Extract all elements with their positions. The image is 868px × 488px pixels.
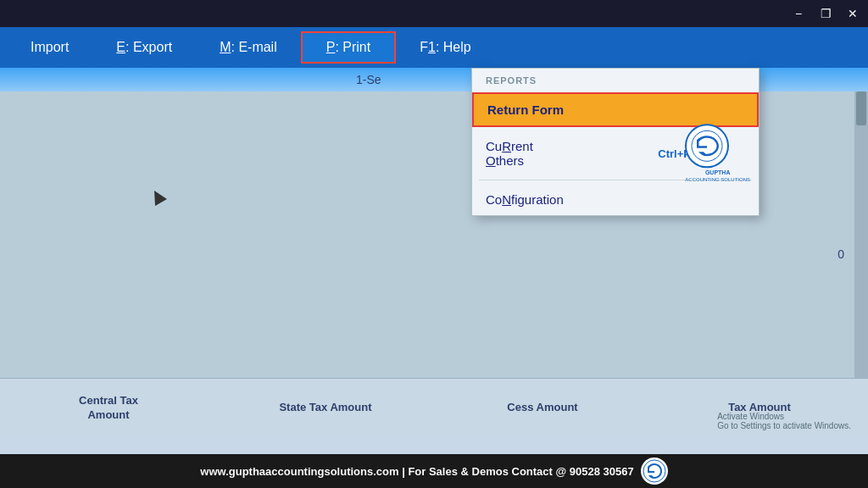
- col-state-tax: State Tax Amount: [217, 401, 434, 415]
- minimize-button[interactable]: −: [790, 7, 807, 20]
- activate-windows-text: Activate WindowsGo to Settings to activa…: [717, 412, 851, 430]
- menu-import[interactable]: Import: [7, 33, 92, 62]
- footer-bar: www.gupthaaccountingsolutions.com | For …: [0, 454, 868, 488]
- menu-import-label: Import: [31, 40, 69, 54]
- footer-text: www.gupthaaccountingsolutions.com | For …: [200, 465, 633, 478]
- print-dropdown: REPORTS Return Form CuRrentOthers Ctrl+P…: [471, 68, 760, 216]
- dropdown-item-current[interactable]: CuRrentOthers Ctrl+P GUPTHAACCOUNTING SO…: [472, 130, 759, 176]
- title-bar: − ❐ ✕: [0, 0, 868, 27]
- zero-value: 0: [837, 247, 844, 261]
- menu-bar: Import E: Export M: E-mail P: Print F1: …: [0, 27, 868, 68]
- col-central-tax: Central TaxAmount: [0, 394, 217, 423]
- menu-print[interactable]: P: Print: [301, 31, 396, 64]
- menu-email-label: M: E-mail: [220, 40, 277, 54]
- restore-button[interactable]: ❐: [817, 7, 834, 20]
- menu-export-label: E: Export: [116, 40, 172, 54]
- guptha-logo-icon: [690, 129, 724, 163]
- close-button[interactable]: ✕: [844, 7, 861, 20]
- configuration-label: CoNfiguration: [486, 192, 564, 207]
- footer-logo: [641, 458, 668, 485]
- return-form-label: Return Form: [487, 103, 564, 117]
- dropdown-section-reports: REPORTS: [472, 69, 759, 89]
- menu-help-label: F1: Help: [420, 40, 470, 54]
- dropdown-item-configuration[interactable]: CoNfiguration: [472, 184, 759, 215]
- menu-help[interactable]: F1: Help: [396, 33, 494, 62]
- menu-email[interactable]: M: E-mail: [196, 33, 301, 62]
- col-cess-amount: Cess Amount: [434, 401, 651, 415]
- dropdown-item-return-form[interactable]: Return Form: [472, 92, 759, 127]
- stripe-text: 1-Se: [356, 73, 381, 86]
- scrollbar-thumb[interactable]: [856, 92, 866, 125]
- current-label: CuRrentOthers: [486, 139, 533, 168]
- menu-print-label: P: Print: [326, 40, 370, 54]
- footer-logo-icon: [643, 459, 666, 483]
- menu-export[interactable]: E: Export: [92, 33, 196, 62]
